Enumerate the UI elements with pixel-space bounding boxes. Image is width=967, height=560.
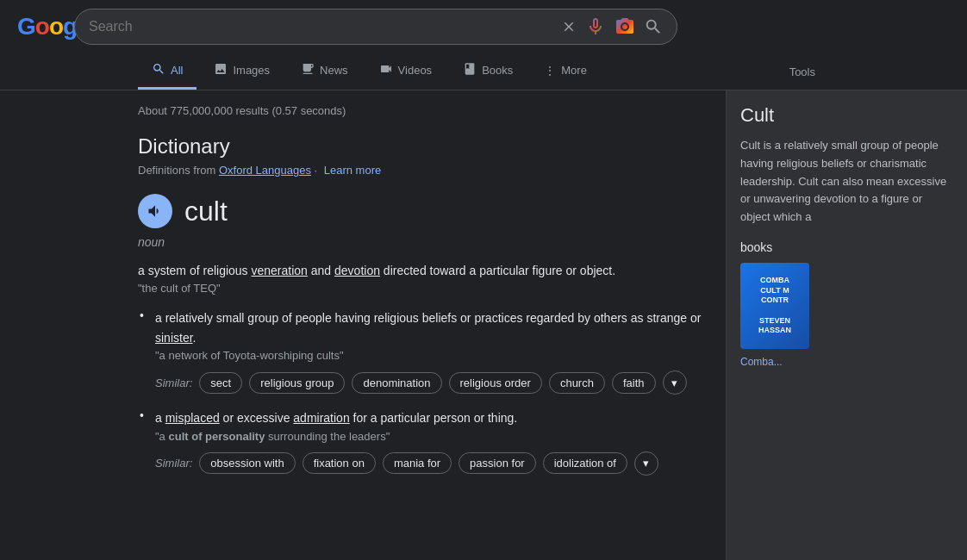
book-item[interactable]: COMBACULT MCONTRSTEVENHASSAN Comba... — [740, 263, 953, 368]
dictionary-source: Definitions from Oxford Languages · Lear… — [138, 164, 708, 177]
similar-tag-sect[interactable]: sect — [199, 372, 242, 394]
all-icon — [152, 62, 165, 78]
tab-news[interactable]: News — [287, 53, 362, 90]
similar-tag-faith[interactable]: faith — [612, 372, 656, 394]
search-submit-button[interactable] — [644, 17, 663, 36]
def2-example: "a network of Toyota-worshiping cults" — [155, 349, 708, 362]
similar-tag-idolization[interactable]: idolization of — [543, 452, 627, 474]
similar-tag-fixation[interactable]: fixation on — [303, 452, 376, 474]
devotion-link[interactable]: devotion — [334, 264, 380, 277]
audio-button[interactable] — [138, 194, 172, 228]
def3-similar-label: Similar: — [155, 457, 192, 470]
word-display: cult — [184, 196, 228, 227]
definition-1: a system of religious veneration and dev… — [138, 261, 708, 295]
dictionary-card: Dictionary Definitions from Oxford Langu… — [138, 134, 708, 476]
sinister-link[interactable]: sinister — [155, 331, 193, 345]
def2-text: a relatively small group of people havin… — [155, 308, 708, 347]
images-icon — [214, 62, 228, 78]
tab-news-label: News — [320, 64, 348, 77]
similar-tag-obsession[interactable]: obsession with — [199, 452, 295, 474]
nav-tabs: All Images News Videos Books ⋮ More Tool… — [0, 53, 967, 90]
more-icon: ⋮ — [544, 64, 556, 78]
main-content: About 775,000,000 results (0.57 seconds)… — [0, 90, 726, 560]
def2-similar-label: Similar: — [155, 376, 192, 389]
def3-text: a misplaced or excessive admiration for … — [155, 408, 708, 427]
results-area: About 775,000,000 results (0.57 seconds)… — [0, 90, 967, 560]
right-panel-description: Cult is a relatively small group of peop… — [740, 137, 953, 227]
tab-images[interactable]: Images — [200, 53, 284, 90]
definition-2: a relatively small group of people havin… — [147, 308, 708, 395]
tab-videos-label: Videos — [398, 64, 433, 77]
tab-books[interactable]: Books — [449, 53, 527, 90]
def2-similar-row: Similar: sect religious group denominati… — [155, 370, 708, 395]
definition-list: a relatively small group of people havin… — [147, 308, 708, 475]
tab-more[interactable]: ⋮ More — [530, 55, 601, 89]
misplaced-link[interactable]: misplaced — [165, 411, 220, 425]
tools-button[interactable]: Tools — [776, 57, 829, 87]
tab-all-label: All — [171, 64, 183, 77]
image-search-button[interactable] — [615, 16, 635, 37]
def1-text: a system of religious veneration and dev… — [138, 264, 615, 277]
def1-example: "the cult of TEQ" — [138, 282, 708, 295]
veneration-link[interactable]: veneration — [252, 264, 308, 277]
nav-tools: Tools — [776, 57, 829, 87]
oxford-languages-link[interactable]: Oxford Languages — [219, 164, 311, 177]
books-section-label: books — [740, 240, 953, 254]
news-icon — [301, 62, 315, 78]
tab-images-label: Images — [233, 64, 270, 77]
similar-tag-passion[interactable]: passion for — [459, 452, 536, 474]
results-count: About 775,000,000 results (0.57 seconds) — [138, 104, 708, 117]
definition-3: a misplaced or excessive admiration for … — [147, 408, 708, 475]
tab-all[interactable]: All — [138, 53, 197, 90]
part-of-speech: noun — [138, 235, 708, 249]
right-panel: Cult Cult is a relatively small group of… — [726, 90, 967, 560]
google-logo: Google — [17, 13, 60, 40]
def3-expand-button[interactable]: ▾ — [634, 451, 658, 476]
book-cover-text: COMBACULT MCONTRSTEVENHASSAN — [758, 276, 791, 336]
search-bar: cult — [74, 9, 677, 45]
word-header: cult — [138, 194, 708, 228]
def2-expand-button[interactable]: ▾ — [663, 370, 687, 395]
source-prefix: Definitions from — [138, 164, 215, 177]
header: Google cult — [0, 0, 967, 53]
tab-more-label: More — [561, 64, 587, 77]
def3-similar-row: Similar: obsession with fixation on mani… — [155, 451, 708, 476]
similar-tag-religious-order[interactable]: religious order — [449, 372, 542, 394]
tab-books-label: Books — [482, 64, 513, 77]
books-icon — [463, 62, 477, 78]
def3-example: "a cult of personality surrounding the l… — [155, 430, 708, 443]
similar-tag-religious-group[interactable]: religious group — [249, 372, 345, 394]
book-cover: COMBACULT MCONTRSTEVENHASSAN — [740, 263, 809, 349]
tab-videos[interactable]: Videos — [365, 53, 446, 90]
similar-tag-church[interactable]: church — [549, 372, 605, 394]
learn-more-link[interactable]: Learn more — [324, 164, 381, 177]
similar-tag-mania[interactable]: mania for — [383, 452, 452, 474]
book-bottom-label[interactable]: Comba... — [740, 356, 953, 368]
voice-search-button[interactable] — [585, 16, 606, 37]
similar-tag-denomination[interactable]: denomination — [352, 372, 441, 394]
right-panel-title: Cult — [740, 104, 953, 127]
dictionary-title: Dictionary — [138, 134, 708, 159]
admiration-link[interactable]: admiration — [293, 411, 349, 425]
clear-search-button[interactable] — [561, 19, 577, 34]
videos-icon — [379, 62, 393, 78]
search-input[interactable]: cult — [89, 19, 552, 34]
